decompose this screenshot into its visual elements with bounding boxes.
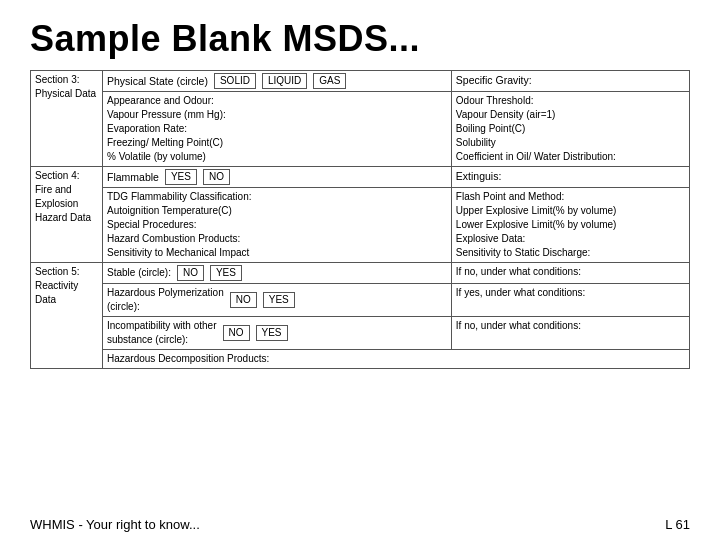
stability-left: Stable (circle):NOYES bbox=[103, 263, 452, 284]
footer-left: WHMIS - Your right to know... bbox=[30, 517, 200, 532]
footer-right: L 61 bbox=[665, 517, 690, 532]
dual-list-left: TDG Flammability Classification:Autoigni… bbox=[103, 188, 452, 263]
msds-table: Section 3: Physical DataPhysical State (… bbox=[30, 70, 690, 369]
section-label: Section 3: Physical Data bbox=[31, 71, 103, 167]
single-cell: Hazardous Decomposition Products: bbox=[103, 350, 690, 369]
header-right-cell: Specific Gravity: bbox=[451, 71, 689, 92]
header-right-cell: Extinguis: bbox=[451, 167, 689, 188]
stability-left: Incompatibility with other substance (ci… bbox=[103, 317, 452, 350]
footer: WHMIS - Your right to know... L 61 bbox=[0, 517, 720, 532]
stability-right: If yes, under what conditions: bbox=[451, 284, 689, 317]
dual-list-right: Odour Threshold:Vapour Density (air=1)Bo… bbox=[451, 92, 689, 167]
dual-list-right: Flash Point and Method:Upper Explosive L… bbox=[451, 188, 689, 263]
section-label: Section 4: Fire and Explosion Hazard Dat… bbox=[31, 167, 103, 263]
dual-list-left: Appearance and Odour:Vapour Pressure (mm… bbox=[103, 92, 452, 167]
stability-right: If no, under what conditions: bbox=[451, 263, 689, 284]
header-options-cell: Physical State (circle)SOLIDLIQUIDGAS bbox=[103, 71, 452, 92]
section-label: Section 5: Reactivity Data bbox=[31, 263, 103, 369]
stability-left: Hazardous Polymerization (circle):NOYES bbox=[103, 284, 452, 317]
header-options-cell: FlammableYESNO bbox=[103, 167, 452, 188]
stability-right: If no, under what conditions: bbox=[451, 317, 689, 350]
page-title: Sample Blank MSDS... bbox=[0, 0, 720, 70]
